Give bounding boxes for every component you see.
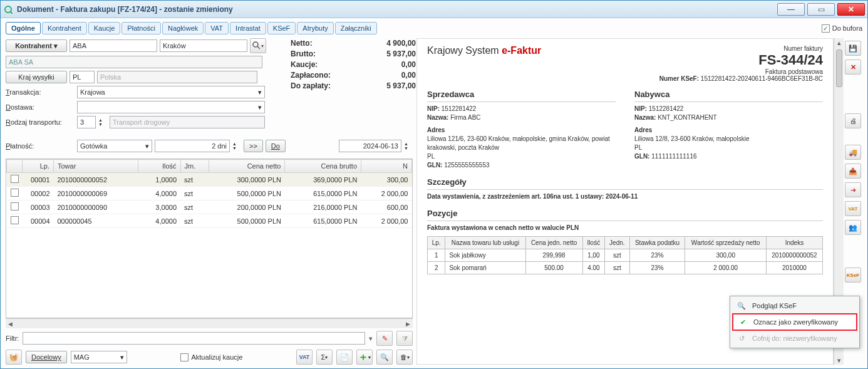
col-cb[interactable]: Cena brutto — [285, 160, 361, 173]
kontrahent-city-input[interactable]: Kraków — [160, 39, 247, 52]
lookup-kontrahent-button[interactable]: ▾ — [250, 38, 266, 53]
tab-vat[interactable]: VAT — [205, 22, 229, 34]
minimize-button[interactable]: — — [777, 3, 805, 16]
print-button[interactable]: 🖨 — [845, 113, 861, 128]
delete-button[interactable]: 🗑▾ — [396, 350, 413, 365]
ksef-side-button[interactable]: KSeF — [845, 268, 861, 283]
filtr-input[interactable] — [23, 332, 365, 345]
sigma-icon: Σ — [321, 353, 326, 361]
x-icon: ✕ — [850, 63, 856, 71]
col-jm[interactable]: Jm. — [180, 160, 209, 173]
vat-side-button[interactable]: VAT — [845, 201, 861, 216]
numer-faktury-value: FS-344/24 — [659, 52, 823, 68]
scroll-down-icon[interactable]: ▾ — [835, 356, 844, 365]
row-checkbox[interactable] — [11, 189, 19, 197]
chevron-down-icon: ▾ — [145, 142, 149, 150]
col-n[interactable]: N — [361, 160, 412, 173]
zoom-button[interactable]: 🔍 — [376, 350, 393, 365]
table-row[interactable]: 0000320100000000903,0000szt200,0000 PLN2… — [7, 200, 412, 214]
scroll-thumb[interactable] — [836, 49, 842, 87]
export-button[interactable]: 📤 — [845, 164, 861, 179]
kraj-wysylki-button[interactable]: Kraj wysyłki — [6, 71, 67, 83]
platnosc-select[interactable]: Gotówka▾ — [77, 140, 152, 152]
table-row[interactable]: 0000220100000000694,0000szt500,0000 PLN6… — [7, 187, 412, 200]
go-next-button[interactable]: >> — [244, 140, 263, 152]
trash-icon: 🗑 — [400, 353, 407, 361]
vat-button[interactable]: VAT — [296, 350, 313, 365]
cancel-button[interactable]: ✕ — [845, 60, 861, 75]
table-row[interactable]: 0000120100000000521,0000szt300,0000 PLN3… — [7, 173, 412, 187]
dni-stepper[interactable]: ▲▼ — [232, 142, 241, 150]
row-checkbox[interactable] — [11, 175, 19, 183]
do-bufora-checkbox[interactable]: ✓ — [822, 24, 830, 33]
rodzaj-code-input[interactable]: 3 — [77, 116, 96, 128]
platnosc-label: Płatność: — [6, 142, 75, 150]
col-ilosc[interactable]: Ilość — [138, 160, 180, 173]
dni-input[interactable]: 2 dni — [155, 140, 230, 152]
sum-button[interactable]: Σ▾ — [316, 350, 333, 365]
ctx-oznacz-zweryfikowany[interactable]: ✔ Oznacz jako zweryfikowany — [732, 313, 857, 331]
preview-title: Krajowy System e-Faktur — [427, 45, 541, 82]
total-netto: 4 900,00 — [386, 38, 416, 49]
export-icon: 📤 — [849, 167, 857, 175]
doc-button[interactable]: 📄 — [336, 350, 353, 365]
buyer-gln: GLN: 1111111111116 — [634, 152, 823, 161]
grid-hscroll[interactable]: ◄► — [6, 318, 413, 328]
ctx-podglad-ksef[interactable]: 🔍 Podgląd KSeF — [732, 298, 857, 313]
filter-apply-button[interactable]: ⧩ — [396, 331, 413, 346]
kraj-code-input[interactable]: PL — [70, 71, 95, 83]
kontrahent-code-input[interactable]: ABA — [70, 39, 157, 52]
people-button[interactable]: 👥 — [845, 220, 861, 235]
docelowy-select[interactable]: MAG▾ — [71, 351, 127, 363]
dostawa-select[interactable]: ▾ — [77, 101, 265, 113]
tab-ksef[interactable]: KSeF — [267, 22, 296, 34]
document-icon: 📄 — [340, 353, 349, 361]
filter-edit-button[interactable]: ✎ — [376, 331, 393, 346]
transakcja-select[interactable]: Krajowa▾ — [77, 86, 265, 98]
tab-intrastat[interactable]: Intrastat — [230, 22, 266, 34]
items-grid[interactable]: Lp. Towar Ilość Jm. Cena netto Cena brut… — [6, 159, 413, 318]
tab-platnosci[interactable]: Płatności — [121, 22, 161, 34]
tab-zalaczniki[interactable]: Załączniki — [335, 22, 377, 34]
scroll-up-icon[interactable]: ▴ — [835, 38, 844, 47]
date-stepper[interactable]: ▲▼ — [404, 142, 413, 150]
tab-naglowek[interactable]: Nagłówek — [162, 22, 204, 34]
docelowy-button[interactable]: Docelowy — [26, 351, 67, 363]
transakcja-label: Transakcja: — [6, 88, 75, 96]
total-brutto: 5 937,00 — [386, 49, 416, 60]
basket-button[interactable]: 🧺 — [6, 350, 22, 365]
ksef-number: Numer KSeF: 1512281422-20240611-9466BC6E… — [659, 75, 823, 82]
add-button[interactable]: ＋▾ — [356, 350, 373, 365]
save-button[interactable]: 💾 — [845, 41, 861, 56]
svg-point-2 — [253, 42, 258, 47]
numer-faktury-label: Numer faktury — [659, 45, 823, 52]
close-button[interactable]: ✕ — [837, 3, 865, 16]
date-input[interactable]: 2024-06-13 — [339, 140, 401, 152]
pencil-icon: ✎ — [382, 335, 388, 343]
maximize-button[interactable]: ▭ — [807, 3, 835, 16]
aktualizuj-checkbox[interactable] — [180, 353, 189, 361]
row-checkbox[interactable] — [11, 216, 19, 224]
chevron-down-icon: ▾ — [261, 43, 264, 49]
floppy-icon: 💾 — [849, 44, 857, 53]
col-towar[interactable]: Towar — [54, 160, 138, 173]
col-lp[interactable]: Lp. — [23, 160, 54, 173]
tab-kaucje[interactable]: Kaucje — [88, 22, 121, 34]
tab-ogolne[interactable]: Ogólne — [6, 22, 41, 34]
col-cn[interactable]: Cena netto — [209, 160, 285, 173]
table-row[interactable]: 000040000000454,0000szt500,0000 PLN615,0… — [7, 214, 412, 228]
kontrahent-button[interactable]: Kontrahent ▾ — [6, 39, 67, 52]
truck-button[interactable]: 🚚 — [845, 145, 861, 160]
do-button[interactable]: Do — [266, 140, 286, 152]
row-checkbox[interactable] — [11, 202, 19, 210]
position-row: 1Sok jabłkowy299,9981,00szt23%300,002010… — [428, 249, 823, 262]
tab-kontrahent[interactable]: Kontrahent — [42, 22, 87, 34]
next-button[interactable]: ➜ — [845, 182, 861, 197]
rodzaj-stepper[interactable]: ▲▼ — [98, 118, 107, 127]
tab-atrybuty[interactable]: Atrybuty — [297, 22, 333, 34]
positions-table: Lp.Nazwa towaru lub usługiCena jedn. net… — [427, 236, 823, 274]
filtr-chevron-down-icon[interactable]: ▾ — [369, 335, 373, 343]
kraj-name-display: Polska — [97, 71, 257, 83]
seller-nip: NIP: 1512281422 — [427, 105, 616, 113]
undo-ksef-icon: ↺ — [736, 333, 747, 343]
